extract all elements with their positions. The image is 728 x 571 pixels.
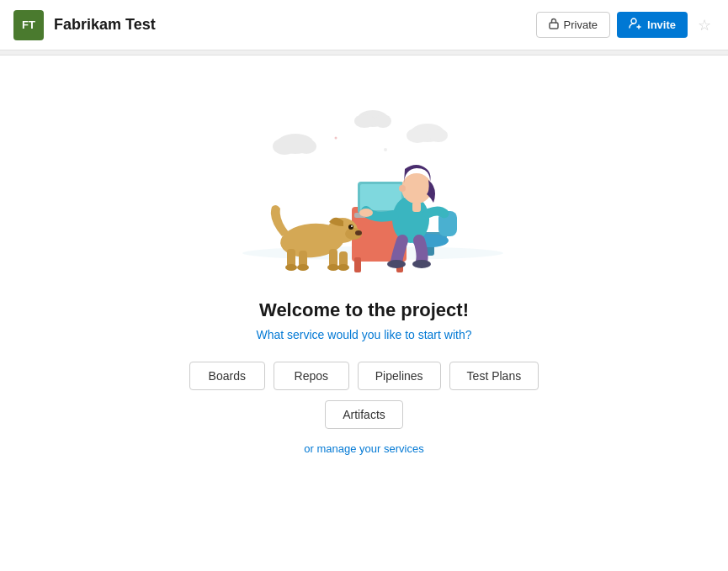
svg-point-41 [337, 264, 349, 271]
svg-point-1 [631, 19, 636, 24]
invite-label: Invite [647, 19, 676, 31]
svg-point-27 [401, 173, 432, 204]
svg-point-12 [334, 137, 337, 140]
pipelines-button[interactable]: Pipelines [358, 362, 441, 390]
manage-services-link[interactable]: or manage your services [304, 442, 423, 455]
header-actions: Private Invite ☆ [536, 12, 715, 38]
lock-icon [549, 18, 559, 32]
artifacts-row: Artifacts [325, 400, 403, 429]
invite-icon [629, 17, 642, 33]
boards-button[interactable]: Boards [189, 362, 265, 390]
welcome-title: Welcome to the project! [259, 299, 469, 321]
svg-point-9 [407, 128, 428, 143]
svg-point-24 [392, 196, 429, 243]
private-button[interactable]: Private [536, 12, 610, 38]
svg-point-42 [285, 264, 297, 271]
svg-rect-0 [550, 23, 558, 29]
header: FT Fabrikam Test Private Invite ☆ [0, 0, 728, 50]
svg-point-33 [355, 230, 362, 235]
service-buttons-row: Boards Repos Pipelines Test Plans [189, 362, 539, 390]
star-icon: ☆ [698, 17, 711, 34]
svg-point-11 [384, 148, 387, 151]
svg-point-3 [273, 138, 296, 155]
svg-point-28 [399, 185, 406, 192]
svg-point-26 [412, 260, 431, 268]
test-plans-button[interactable]: Test Plans [449, 362, 539, 390]
welcome-subtitle: What service would you like to start wit… [257, 328, 472, 341]
welcome-illustration [205, 72, 524, 291]
svg-point-35 [351, 225, 353, 227]
project-avatar: FT [13, 10, 44, 40]
svg-point-43 [297, 264, 309, 271]
project-title: Fabrikam Test [54, 16, 536, 34]
svg-point-7 [375, 114, 391, 128]
favorite-button[interactable]: ☆ [694, 13, 715, 38]
svg-point-10 [429, 129, 448, 142]
private-label: Private [564, 19, 598, 31]
svg-point-25 [387, 260, 406, 268]
svg-point-4 [296, 139, 316, 154]
svg-rect-29 [412, 202, 421, 212]
svg-point-44 [359, 209, 373, 217]
main-content: Welcome to the project! What service wou… [0, 56, 728, 455]
invite-button[interactable]: Invite [617, 12, 688, 38]
svg-point-6 [354, 114, 375, 128]
repos-button[interactable]: Repos [274, 362, 349, 390]
svg-point-40 [327, 264, 339, 271]
artifacts-button[interactable]: Artifacts [325, 400, 403, 429]
svg-rect-15 [354, 257, 361, 272]
svg-point-34 [348, 225, 353, 230]
